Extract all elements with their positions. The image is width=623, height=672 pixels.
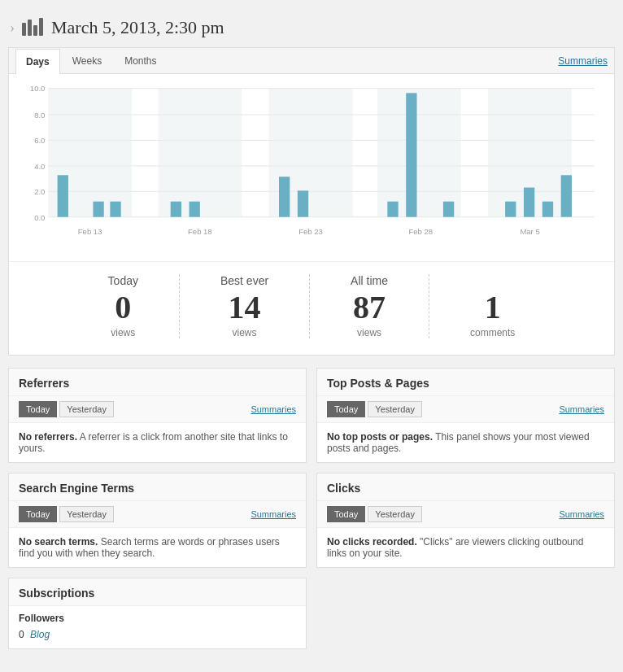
followers-label: Followers: [19, 613, 64, 624]
svg-rect-22: [93, 202, 103, 217]
svg-rect-28: [387, 202, 398, 217]
stat-alltime-value: 87: [351, 291, 388, 324]
svg-rect-17: [158, 89, 242, 217]
stat-today-label: Today: [108, 274, 138, 287]
svg-text:Mar 5: Mar 5: [520, 227, 539, 236]
top-posts-title: Top Posts & Pages: [327, 377, 429, 390]
stat-comments-unit: comments: [470, 327, 515, 338]
page-wrapper: › March 5, 2013, 2:30 pm Days Weeks Mont…: [0, 0, 623, 667]
referrers-panel: Referrers Today Yesterday Summaries No r…: [8, 368, 307, 463]
svg-text:4.0: 4.0: [34, 162, 45, 171]
clicks-panel: Clicks Today Yesterday Summaries No clic…: [316, 473, 615, 568]
clicks-tab-today[interactable]: Today: [327, 506, 365, 522]
subscriptions-link-row: 0 Blog: [9, 627, 306, 648]
search-engine-tabs: Today Yesterday Summaries: [9, 501, 306, 528]
svg-rect-0: [22, 23, 26, 36]
tab-weeks[interactable]: Weeks: [62, 48, 112, 73]
svg-rect-21: [58, 175, 68, 216]
no-referrers-bold: No referrers.: [19, 431, 77, 443]
stats-icon: [20, 15, 43, 41]
referrers-tab-today[interactable]: Today: [19, 401, 57, 417]
top-posts-tab-today[interactable]: Today: [327, 401, 365, 417]
panels-row-1: Referrers Today Yesterday Summaries No r…: [8, 368, 615, 463]
search-tab-today[interactable]: Today: [19, 506, 57, 522]
no-clicks-bold: No clicks recorded.: [327, 536, 417, 548]
chevron-left-icon[interactable]: ›: [10, 20, 15, 37]
svg-rect-34: [561, 175, 572, 216]
referrers-tab-yesterday[interactable]: Yesterday: [59, 401, 114, 417]
search-engine-header: Search Engine Terms: [9, 473, 306, 501]
page-title: March 5, 2013, 2:30 pm: [51, 17, 224, 38]
svg-text:Feb 13: Feb 13: [78, 227, 102, 236]
page-header: › March 5, 2013, 2:30 pm: [8, 8, 615, 47]
svg-rect-30: [443, 202, 454, 217]
stat-today-value: 0: [108, 291, 138, 324]
svg-text:Feb 28: Feb 28: [408, 227, 433, 236]
bar-chart: 10.0 8.0 6.0 4.0 2.0 0.0: [17, 82, 606, 245]
top-posts-header: Top Posts & Pages: [317, 369, 614, 396]
clicks-tab-yesterday[interactable]: Yesterday: [368, 506, 422, 522]
subscriptions-followers: Followers: [9, 606, 306, 627]
stat-today: Today 0 views: [68, 274, 180, 338]
followers-count: 0: [19, 629, 24, 640]
top-posts-tabs: Today Yesterday Summaries: [317, 396, 614, 423]
svg-rect-1: [28, 20, 32, 36]
svg-rect-33: [542, 202, 553, 217]
svg-rect-3: [39, 18, 43, 36]
svg-rect-23: [110, 202, 120, 217]
clicks-tabs: Today Yesterday Summaries: [317, 501, 614, 528]
no-terms-bold: No search terms.: [19, 536, 98, 548]
svg-rect-19: [377, 89, 461, 217]
referrers-header: Referrers: [9, 369, 306, 396]
tab-days[interactable]: Days: [15, 49, 60, 74]
svg-text:Feb 23: Feb 23: [298, 227, 323, 236]
tab-months[interactable]: Months: [114, 48, 167, 73]
svg-rect-27: [298, 190, 308, 216]
stat-today-unit: views: [108, 327, 138, 338]
svg-text:10.0: 10.0: [30, 84, 46, 93]
svg-text:6.0: 6.0: [34, 136, 45, 145]
svg-rect-24: [171, 202, 181, 217]
stat-comments-value: 1: [470, 291, 515, 324]
referrers-summaries[interactable]: Summaries: [251, 404, 296, 414]
blog-link[interactable]: Blog: [30, 629, 50, 640]
referrers-tabs: Today Yesterday Summaries: [9, 396, 306, 423]
stat-alltime-unit: views: [351, 327, 388, 338]
panels-row-3: Subscriptions Followers 0 Blog: [8, 578, 615, 649]
top-posts-panel: Top Posts & Pages Today Yesterday Summar…: [316, 368, 615, 463]
svg-text:2.0: 2.0: [34, 187, 45, 196]
subscriptions-header: Subscriptions: [9, 578, 306, 606]
subscriptions-panel: Subscriptions Followers 0 Blog: [8, 578, 307, 649]
svg-rect-26: [279, 177, 290, 217]
no-posts-bold: No top posts or pages.: [327, 431, 433, 443]
svg-rect-2: [33, 25, 37, 36]
stat-best-value: 14: [220, 291, 268, 324]
top-posts-tab-yesterday[interactable]: Yesterday: [368, 401, 422, 417]
stat-alltime-views: All time 87 views: [310, 274, 429, 338]
stat-alltime-comments: All time 1 comments: [429, 274, 555, 338]
top-posts-summaries[interactable]: Summaries: [559, 404, 604, 414]
search-engine-title: Search Engine Terms: [19, 482, 134, 495]
svg-rect-29: [406, 93, 416, 216]
svg-rect-31: [505, 202, 516, 217]
stat-alltime-label: All time: [351, 274, 388, 287]
stats-row: Today 0 views Best ever 14 views All tim…: [9, 261, 614, 355]
svg-rect-25: [190, 202, 200, 217]
svg-text:0.0: 0.0: [34, 213, 45, 222]
clicks-body: No clicks recorded. "Clicks" are viewers…: [317, 528, 614, 567]
chart-tabs-bar: Days Weeks Months Summaries: [9, 48, 614, 74]
chart-panel: Days Weeks Months Summaries 10.0 8.0 6.0…: [8, 47, 615, 356]
search-engine-panel: Search Engine Terms Today Yesterday Summ…: [8, 473, 307, 568]
svg-text:8.0: 8.0: [34, 111, 45, 120]
clicks-header: Clicks: [317, 473, 614, 501]
referrers-body: No referrers. A referrer is a click from…: [9, 423, 306, 462]
chart-summaries-link[interactable]: Summaries: [558, 55, 608, 67]
clicks-summaries[interactable]: Summaries: [559, 509, 604, 519]
search-engine-body: No search terms. Search terms are words …: [9, 528, 306, 567]
svg-text:Feb 18: Feb 18: [188, 227, 212, 236]
search-tab-yesterday[interactable]: Yesterday: [59, 506, 114, 522]
stat-best-ever: Best ever 14 views: [180, 274, 310, 338]
svg-rect-32: [524, 188, 534, 217]
stat-best-label: Best ever: [220, 274, 268, 287]
search-summaries[interactable]: Summaries: [251, 509, 296, 519]
